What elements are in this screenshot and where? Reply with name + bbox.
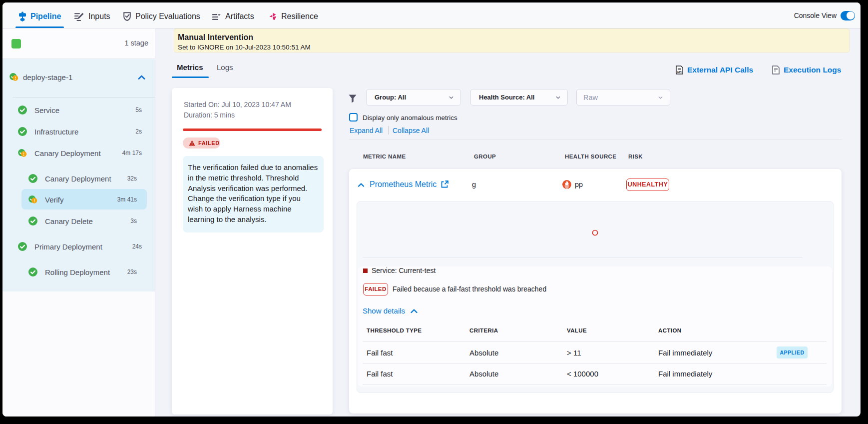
- svg-text:API: API: [677, 70, 682, 74]
